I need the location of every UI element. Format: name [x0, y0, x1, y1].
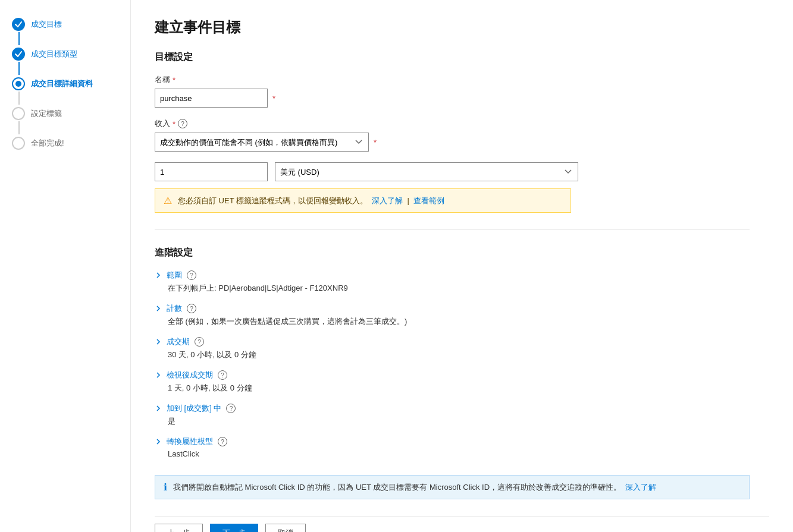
conversion-window-value: 30 天, 0 小時, 以及 0 分鐘	[155, 350, 769, 360]
view-through-chevron-icon	[155, 372, 162, 379]
page-title: 建立事件目標	[155, 18, 769, 37]
sidebar-step-1[interactable]: 成交目標	[12, 18, 118, 31]
view-through-window-header[interactable]: 檢視後成交期 ?	[155, 370, 769, 380]
revenue-label: 收入 * ?	[155, 118, 769, 129]
attribution-model-header[interactable]: 轉換屬性模型 ?	[155, 436, 769, 447]
revenue-field-group: 收入 * ? 成交動作的價值可能會不同 (例如，依購買價格而異) *	[155, 118, 769, 152]
warning-box: ⚠ 您必須自訂 UET 標籤追蹤程式碼，以便回報變動收入。 深入了解 | 查看範…	[155, 188, 571, 213]
view-through-window-item: 檢視後成交期 ? 1 天, 0 小時, 以及 0 分鐘	[155, 370, 769, 394]
sidebar: 成交目標成交目標類型成交目標詳細資料設定標籤全部完成!	[0, 0, 131, 532]
attribution-model-label: 轉換屬性模型	[167, 436, 213, 447]
scope-label: 範圍	[167, 270, 182, 281]
sidebar-step-2[interactable]: 成交目標類型	[12, 48, 118, 61]
name-input[interactable]	[155, 89, 268, 108]
sidebar-step-label-1: 成交目標	[31, 19, 62, 30]
advanced-settings-title: 進階設定	[155, 247, 769, 259]
info-text: 我們將開啟自動標記 Microsoft Click ID 的功能，因為 UET …	[173, 482, 656, 493]
count-value: 全部 (例如，如果一次廣告點選促成三次購買，這將會計為三筆成交。)	[155, 316, 769, 327]
info-box: ℹ 我們將開啟自動標記 Microsoft Click ID 的功能，因為 UE…	[155, 475, 750, 499]
cancel-button[interactable]: 取消	[265, 524, 306, 532]
include-conversions-header[interactable]: 加到 [成交數] 中 ?	[155, 403, 769, 414]
include-conversions-label: 加到 [成交數] 中	[167, 403, 221, 414]
scope-item: 範圍 ? 在下列帳戶上: PD|Aeroband|LS|Adtiger - F1…	[155, 270, 769, 294]
scope-help-icon[interactable]: ?	[187, 270, 196, 280]
amount-currency-row: 美元 (USD) 歐元 (EUR) 日圓 (JPY)	[155, 162, 769, 181]
conversion-window-item: 成交期 ? 30 天, 0 小時, 以及 0 分鐘	[155, 336, 769, 360]
count-label: 計數	[167, 303, 182, 314]
sidebar-step-label-4: 設定標籤	[31, 108, 62, 119]
attribution-model-chevron-icon	[155, 438, 162, 445]
include-conversions-value: 是	[155, 416, 769, 427]
attribution-model-help-icon[interactable]: ?	[218, 437, 227, 446]
info-link-learn[interactable]: 深入了解	[625, 483, 656, 492]
conversion-window-header[interactable]: 成交期 ?	[155, 336, 769, 347]
count-header[interactable]: 計數 ?	[155, 303, 769, 314]
name-label: 名稱 *	[155, 74, 769, 85]
sidebar-step-label-3: 成交目標詳細資料	[31, 78, 93, 89]
view-through-label: 檢視後成交期	[167, 370, 213, 380]
revenue-help-icon[interactable]: ?	[178, 119, 187, 128]
sidebar-step-5[interactable]: 全部完成!	[12, 137, 118, 150]
currency-dropdown[interactable]: 美元 (USD) 歐元 (EUR) 日圓 (JPY)	[275, 162, 578, 181]
sidebar-step-label-2: 成交目標類型	[31, 49, 77, 59]
count-chevron-icon	[155, 305, 162, 312]
sidebar-step-4[interactable]: 設定標籤	[12, 107, 118, 120]
attribution-model-item: 轉換屬性模型 ? LastClick	[155, 436, 769, 458]
warning-link-example[interactable]: 查看範例	[413, 196, 444, 205]
section-divider	[155, 229, 750, 230]
warning-icon: ⚠	[164, 195, 172, 206]
revenue-required-star: *	[173, 119, 175, 128]
scope-header[interactable]: 範圍 ?	[155, 270, 769, 281]
revenue-dropdown[interactable]: 成交動作的價值可能會不同 (例如，依購買價格而異)	[155, 133, 369, 152]
advanced-settings-section: 進階設定 範圍 ? 在下列帳戶上: PD|Aeroband|LS|Adtiger…	[155, 247, 769, 458]
revenue-dropdown-required: *	[374, 138, 377, 147]
next-button[interactable]: 下一步	[210, 524, 258, 532]
scope-value: 在下列帳戶上: PD|Aeroband|LS|Adtiger - F120XNR…	[155, 283, 769, 294]
info-icon: ℹ	[164, 481, 167, 493]
include-conversions-item: 加到 [成交數] 中 ? 是	[155, 403, 769, 427]
view-through-value: 1 天, 0 小時, 以及 0 分鐘	[155, 383, 769, 394]
name-field-group: 名稱 * *	[155, 74, 769, 108]
target-settings-title: 目標設定	[155, 51, 769, 64]
count-help-icon[interactable]: ?	[187, 304, 196, 313]
name-required-star: *	[173, 75, 175, 84]
conversion-window-chevron-icon	[155, 338, 162, 345]
back-button[interactable]: 上一步	[155, 524, 203, 532]
amount-input[interactable]	[155, 162, 268, 181]
scope-chevron-icon	[155, 272, 162, 279]
count-item: 計數 ? 全部 (例如，如果一次廣告點選促成三次購買，這將會計為三筆成交。)	[155, 303, 769, 327]
sidebar-step-label-5: 全部完成!	[31, 138, 64, 149]
include-conversions-help-icon[interactable]: ?	[226, 404, 236, 413]
conversion-window-help-icon[interactable]: ?	[195, 337, 204, 347]
warning-link-learn[interactable]: 深入了解	[372, 196, 403, 205]
include-conversions-chevron-icon	[155, 405, 162, 412]
warning-text: 您必須自訂 UET 標籤追蹤程式碼，以便回報變動收入。 深入了解 | 查看範例	[178, 196, 444, 206]
main-content: 建立事件目標 目標設定 名稱 * * 收入 * ? 成交動作的價值可能會不同 (…	[131, 0, 793, 532]
footer: 上一步 下一步 取消	[155, 516, 769, 532]
name-input-required: *	[272, 94, 275, 103]
conversion-window-label: 成交期	[167, 336, 190, 347]
view-through-help-icon[interactable]: ?	[218, 370, 227, 380]
attribution-model-value: LastClick	[155, 449, 769, 458]
sidebar-step-3[interactable]: 成交目標詳細資料	[12, 77, 118, 90]
